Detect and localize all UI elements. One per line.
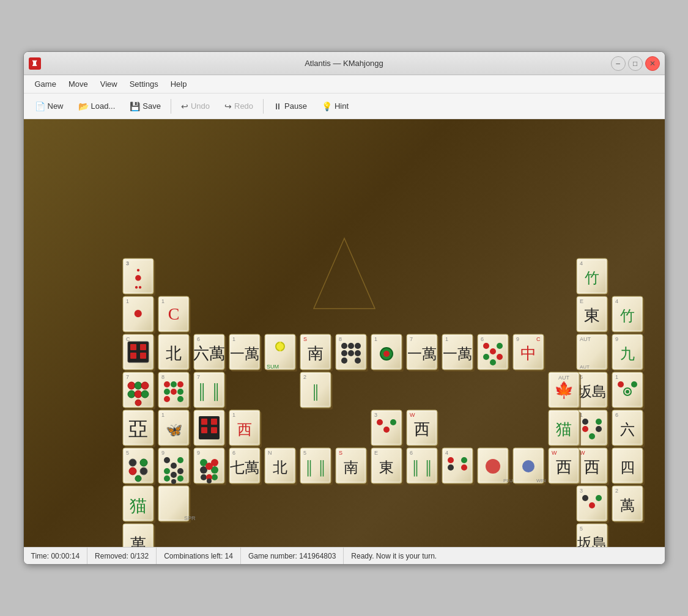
menu-game[interactable]: Game	[29, 78, 62, 90]
tile-group[interactable]: 5 坂島	[577, 372, 609, 409]
svg-text:3: 3	[580, 488, 583, 494]
tile-group[interactable]: 5 ║ ║	[300, 448, 333, 485]
new-button[interactable]: 📄 New	[29, 99, 70, 114]
tile-group[interactable]: 7 一萬	[407, 334, 439, 372]
tile-group[interactable]: 1 C	[158, 296, 191, 334]
undo-button[interactable]: ↩ Undo	[175, 99, 216, 114]
tile-group[interactable]: 9 C 中	[513, 334, 546, 372]
tile-group[interactable]: 猫	[549, 410, 581, 447]
tile-group[interactable]: 1	[612, 372, 645, 409]
svg-text:8: 8	[339, 336, 342, 342]
tile-group[interactable]: 亞	[123, 410, 155, 447]
tile-group[interactable]: SUM	[265, 334, 297, 372]
tile-group[interactable]: 9 九	[612, 334, 645, 372]
tile-group[interactable]: 3 ● ●● ●	[123, 258, 155, 296]
svg-point-27	[135, 382, 142, 389]
tile-group[interactable]: 四	[612, 448, 645, 485]
svg-rect-114	[211, 427, 217, 433]
menu-help[interactable]: Help	[165, 78, 193, 90]
svg-point-162	[383, 351, 390, 357]
tile-group[interactable]: 6	[478, 334, 510, 372]
tile-group[interactable]: W 西	[577, 448, 609, 485]
tile-group[interactable]: 北	[158, 334, 191, 372]
tile-group[interactable]: S 南	[300, 334, 333, 372]
minimize-button[interactable]: –	[611, 56, 626, 71]
hint-button[interactable]: 💡 Hint	[316, 99, 355, 114]
tile-group[interactable]: W 西	[549, 448, 581, 485]
svg-point-308	[448, 464, 454, 471]
tile-group[interactable]: 1 一萬	[229, 334, 262, 372]
tile-group[interactable]: 4 竹	[577, 258, 609, 296]
svg-text:5: 5	[303, 450, 306, 456]
tile-group[interactable]: PLUM	[478, 448, 517, 485]
tile-group[interactable]: 1	[371, 334, 404, 372]
save-button[interactable]: 💾 Save	[124, 99, 167, 114]
save-icon: 💾	[130, 101, 140, 111]
svg-text:竹: 竹	[620, 307, 635, 324]
tile-group[interactable]: 猫	[123, 486, 155, 523]
maximize-button[interactable]: □	[628, 56, 643, 71]
tile-group[interactable]: 1 一萬	[442, 334, 475, 372]
svg-text:AUT: AUT	[558, 375, 570, 381]
svg-text:猫: 猫	[556, 420, 572, 438]
tile-group[interactable]: AUT AUT	[577, 334, 609, 372]
tile-group[interactable]: 1 ●	[123, 296, 155, 334]
svg-point-32	[135, 400, 141, 406]
tile-group[interactable]: 7 ║ ║	[194, 372, 226, 409]
tile-group[interactable]: 2 萬	[612, 486, 645, 523]
tile-group[interactable]: 8	[336, 334, 368, 372]
svg-text:竹: 竹	[585, 270, 599, 286]
svg-point-67	[164, 381, 170, 387]
svg-text:●: ●	[136, 266, 139, 273]
tile-group[interactable]: 6 七萬	[229, 448, 262, 485]
svg-text:║: ║	[311, 384, 320, 401]
tile-group[interactable]: 6 六	[612, 410, 645, 447]
tile-group[interactable]: 9	[194, 448, 226, 485]
tile-group[interactable]: S 南	[336, 448, 368, 485]
svg-text:3: 3	[126, 260, 129, 266]
tile-group[interactable]: E 東	[577, 296, 609, 334]
svg-text:C: C	[536, 336, 541, 342]
tile-group[interactable]: 5 坂島	[577, 524, 609, 547]
svg-point-180	[497, 354, 503, 360]
tile-group[interactable]: 3	[371, 410, 404, 447]
tile-group[interactable]	[194, 410, 226, 447]
tile-group[interactable]: 1	[577, 410, 609, 447]
svg-text:一萬: 一萬	[230, 346, 259, 362]
load-button[interactable]: 📂 Load...	[72, 99, 122, 114]
tile-group[interactable]: W 西	[407, 410, 439, 447]
tile-group[interactable]: WIN	[513, 448, 546, 485]
tile-group[interactable]: 6 ║ ║	[407, 448, 439, 485]
pause-button[interactable]: ⏸ Pause	[267, 99, 313, 114]
tile-group[interactable]: 4	[442, 448, 475, 485]
menu-settings[interactable]: Settings	[124, 78, 165, 90]
tile-group[interactable]: 5	[123, 448, 155, 485]
statusbar: Time: 00:00:14 Removed: 0/132 Combinatio…	[24, 547, 665, 564]
game-area[interactable]: 3 ● ●● ● 1 ● C	[24, 119, 665, 547]
svg-text:AUT: AUT	[580, 364, 590, 370]
redo-button[interactable]: ↪ Redo	[218, 99, 259, 114]
menu-view[interactable]: View	[94, 78, 124, 90]
tile-group[interactable]: 8	[158, 372, 191, 409]
svg-point-71	[171, 389, 177, 395]
svg-point-123	[205, 463, 213, 470]
tile-group[interactable]: E 東	[371, 448, 404, 485]
tile-group[interactable]: N 北	[265, 448, 297, 485]
tile-group[interactable]: 7	[123, 372, 155, 409]
svg-point-86	[171, 463, 177, 469]
tile-group[interactable]: 1 🦋	[158, 410, 191, 447]
tile-group[interactable]: SPR	[158, 486, 196, 523]
menu-move[interactable]: Move	[62, 78, 94, 90]
tile-group[interactable]: 1 西	[229, 410, 262, 447]
tile-group[interactable]: 4 竹	[612, 296, 645, 334]
tile-group[interactable]: 🍁 AUT	[549, 372, 581, 409]
tile-group[interactable]: 9	[158, 448, 191, 485]
tile-group[interactable]: 6 六萬	[193, 334, 226, 372]
tile-group[interactable]: 萬	[123, 524, 155, 547]
svg-text:●●: ●●	[134, 284, 141, 290]
close-button[interactable]: ✕	[645, 56, 660, 71]
tile-group[interactable]: 3	[577, 486, 609, 523]
tile-group[interactable]: C	[123, 334, 155, 372]
tile-group[interactable]: 2 ║	[300, 372, 333, 409]
svg-point-87	[164, 468, 170, 474]
